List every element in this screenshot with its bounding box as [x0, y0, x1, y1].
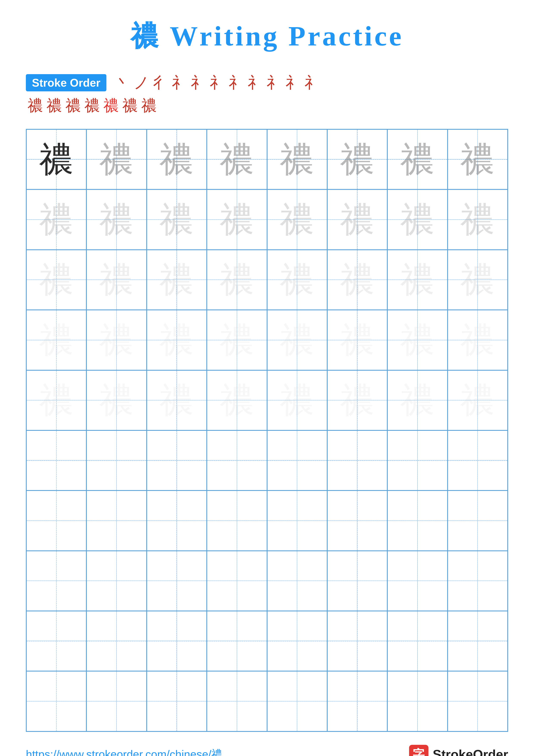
grid-cell[interactable]: [26, 551, 87, 611]
practice-char: 禯: [400, 323, 435, 357]
grid-cell[interactable]: 禯: [87, 250, 146, 310]
grid-cell[interactable]: [327, 671, 387, 731]
grid-cell[interactable]: [387, 491, 447, 551]
grid-cell[interactable]: [387, 430, 447, 491]
grid-cell[interactable]: [327, 551, 387, 611]
grid-cell[interactable]: 禯: [207, 370, 267, 430]
grid-cell[interactable]: [147, 551, 207, 611]
grid-cell[interactable]: 禯: [26, 129, 87, 189]
grid-cell[interactable]: [26, 671, 87, 731]
stroke-order-section: Stroke Order 丶 ノ 彳 礻 礻 礻 礻 礻 礻 礻 礻 禯 禯 禯…: [26, 72, 508, 116]
stroke-char: 禯: [46, 95, 62, 116]
grid-cell[interactable]: 禯: [327, 189, 387, 250]
grid-cell[interactable]: 禯: [387, 310, 447, 370]
grid-cell[interactable]: [147, 491, 207, 551]
grid-cell[interactable]: 禯: [447, 310, 508, 370]
grid-cell[interactable]: 禯: [267, 189, 327, 250]
grid-cell[interactable]: 禯: [267, 370, 327, 430]
grid-cell[interactable]: 禯: [207, 250, 267, 310]
grid-cell[interactable]: 禯: [447, 189, 508, 250]
grid-cell[interactable]: 禯: [207, 129, 267, 189]
practice-char: 禯: [39, 262, 74, 297]
stroke-char: 禯: [141, 95, 157, 116]
footer-url[interactable]: https://www.strokeorder.com/chinese/禯: [26, 747, 222, 756]
footer-logo: 字 StrokeOrder: [409, 745, 508, 756]
practice-char: 禯: [220, 383, 254, 418]
grid-cell[interactable]: [26, 491, 87, 551]
grid-cell[interactable]: 禯: [87, 129, 146, 189]
grid-cell[interactable]: 禯: [267, 310, 327, 370]
grid-cell[interactable]: [87, 491, 146, 551]
grid-cell[interactable]: 禯: [327, 129, 387, 189]
practice-char: 禯: [159, 202, 194, 237]
grid-cell[interactable]: 禯: [387, 129, 447, 189]
practice-char: 禯: [280, 142, 314, 177]
grid-cell[interactable]: 禯: [87, 189, 146, 250]
grid-cell[interactable]: [327, 491, 387, 551]
grid-cell[interactable]: [207, 611, 267, 671]
grid-cell[interactable]: 禯: [147, 129, 207, 189]
grid-cell[interactable]: [207, 671, 267, 731]
grid-cell[interactable]: 禯: [387, 250, 447, 310]
stroke-char: 禯: [122, 95, 138, 116]
grid-cell[interactable]: [26, 430, 87, 491]
grid-cell[interactable]: [147, 671, 207, 731]
grid-cell[interactable]: [87, 671, 146, 731]
grid-cell[interactable]: [447, 491, 508, 551]
grid-cell[interactable]: 禯: [447, 129, 508, 189]
grid-cell[interactable]: 禯: [327, 250, 387, 310]
grid-cell[interactable]: [207, 491, 267, 551]
grid-cell[interactable]: [387, 611, 447, 671]
practice-char: 禯: [39, 202, 74, 237]
grid-cell[interactable]: [267, 671, 327, 731]
grid-cell[interactable]: [26, 611, 87, 671]
grid-cell[interactable]: 禯: [327, 310, 387, 370]
grid-cell[interactable]: 禯: [147, 250, 207, 310]
grid-cell[interactable]: [207, 551, 267, 611]
practice-char: 禯: [280, 262, 314, 297]
grid-cell[interactable]: 禯: [26, 189, 87, 250]
grid-cell[interactable]: 禯: [447, 250, 508, 310]
grid-cell[interactable]: [87, 551, 146, 611]
grid-cell[interactable]: [387, 551, 447, 611]
grid-cell[interactable]: 禯: [26, 250, 87, 310]
grid-cell[interactable]: [87, 611, 146, 671]
grid-cell[interactable]: [267, 430, 327, 491]
logo-text: StrokeOrder: [433, 747, 508, 756]
grid-cell[interactable]: 禯: [26, 370, 87, 430]
grid-cell[interactable]: 禯: [87, 370, 146, 430]
grid-cell[interactable]: 禯: [267, 250, 327, 310]
grid-cell[interactable]: [387, 671, 447, 731]
grid-cell[interactable]: 禯: [387, 370, 447, 430]
grid-cell[interactable]: 禯: [267, 129, 327, 189]
grid-cell[interactable]: 禯: [207, 189, 267, 250]
grid-cell[interactable]: 禯: [87, 310, 146, 370]
grid-cell[interactable]: 禯: [447, 370, 508, 430]
practice-char: 禯: [159, 142, 194, 177]
stroke-char: 禯: [65, 95, 81, 116]
grid-cell[interactable]: 禯: [147, 310, 207, 370]
grid-cell[interactable]: [447, 611, 508, 671]
grid-cell[interactable]: 禯: [26, 310, 87, 370]
practice-char: 禯: [400, 383, 435, 418]
grid-cell[interactable]: 禯: [387, 189, 447, 250]
grid-cell[interactable]: 禯: [207, 310, 267, 370]
grid-cell[interactable]: 禯: [147, 189, 207, 250]
grid-cell[interactable]: [327, 430, 387, 491]
footer: https://www.strokeorder.com/chinese/禯 字 …: [26, 745, 508, 756]
grid-cell[interactable]: [447, 551, 508, 611]
grid-cell[interactable]: [447, 430, 508, 491]
grid-cell[interactable]: [207, 430, 267, 491]
grid-cell[interactable]: [147, 430, 207, 491]
grid-cell[interactable]: [87, 430, 146, 491]
grid-cell[interactable]: 禯: [147, 370, 207, 430]
grid-cell[interactable]: [267, 551, 327, 611]
grid-cell[interactable]: [267, 611, 327, 671]
grid-cell[interactable]: [267, 491, 327, 551]
grid-cell[interactable]: [447, 671, 508, 731]
grid-cell[interactable]: [147, 611, 207, 671]
grid-cell[interactable]: [327, 611, 387, 671]
practice-char: 禯: [460, 262, 495, 297]
practice-grid: 禯 禯 禯 禯 禯 禯 禯: [26, 129, 508, 732]
grid-cell[interactable]: 禯: [327, 370, 387, 430]
